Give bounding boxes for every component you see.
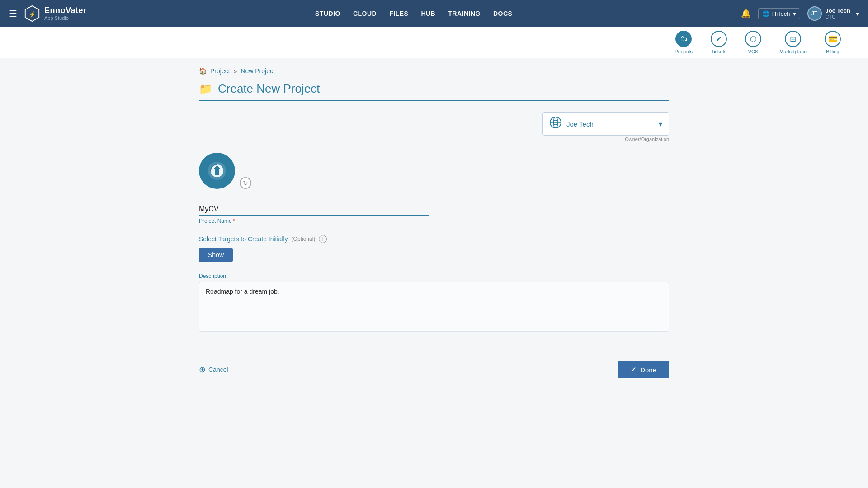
logo: ⚡ EnnoVater App Studio [24,5,87,22]
main-content: 🏠 Project » New Project 📁 Create New Pro… [181,58,687,396]
cancel-button[interactable]: ⊕ Cancel [199,365,228,375]
nav-studio[interactable]: STUDIO [315,10,340,17]
lang-chevron-icon: ▾ [793,10,796,17]
show-targets-button[interactable]: Show [199,248,233,262]
targets-label-text: Select Targets to Create Initially [199,235,288,243]
page-title: Create New Project [218,82,320,96]
vcs-icon: ⬡ [745,31,761,47]
cancel-label: Cancel [208,366,228,373]
description-label: Description [199,273,669,279]
billing-icon: 💳 [825,31,841,47]
toolbar-projects[interactable]: 🗂 Projects [675,31,693,54]
owner-name-label: Joe Tech [566,120,654,128]
tickets-icon: ✔ [711,31,727,47]
description-textarea[interactable]: Roadmap for a dream job. [199,282,669,332]
project-name-input[interactable] [199,203,429,216]
main-nav: STUDIO CLOUD FILES HUB TRAINING DOCS [315,10,512,17]
toolbar-vcs-label: VCS [748,49,759,54]
project-icon-section: ↻ [199,153,669,189]
project-icon[interactable] [199,153,235,189]
user-chevron-icon: ▾ [856,10,859,17]
marketplace-icon: ⊞ [785,31,801,47]
toolbar-projects-label: Projects [675,49,693,54]
hamburger-menu-icon[interactable]: ☰ [9,8,17,19]
toolbar-marketplace[interactable]: ⊞ Marketplace [779,31,807,54]
toolbar-tickets[interactable]: ✔ Tickets [711,31,727,54]
breadcrumb-project[interactable]: Project [210,67,230,75]
nav-training[interactable]: TRAINING [448,10,481,17]
owner-section: Joe Tech ▾ Owner/Organization [199,112,669,142]
toolbar-marketplace-label: Marketplace [779,49,807,54]
done-check-icon: ✔ [631,366,637,374]
description-section: Description Roadmap for a dream job. [199,273,669,333]
lang-label: HiTech [772,10,790,17]
nav-cloud[interactable]: CLOUD [353,10,377,17]
logo-name: EnnoVater [44,6,87,15]
user-name-label: Joe Tech [826,7,850,14]
owner-org-label: Owner/Organization [542,136,669,142]
page-title-row: 📁 Create New Project [199,82,669,101]
done-label: Done [640,366,656,374]
toolbar-billing-label: Billing [826,49,839,54]
globe-icon: 🌐 [762,10,769,17]
user-menu[interactable]: JT Joe Tech CTO ▾ [807,6,859,21]
notification-bell-icon[interactable]: 🔔 [741,9,751,19]
required-indicator: * [233,218,235,224]
breadcrumb-current: New Project [241,67,274,75]
toolbar: 🗂 Projects ✔ Tickets ⬡ VCS ⊞ Marketplace… [0,27,868,58]
cancel-circle-icon: ⊕ [199,365,206,375]
app-header: ☰ ⚡ EnnoVater App Studio STUDIO CLOUD FI… [0,0,868,27]
toolbar-vcs[interactable]: ⬡ VCS [745,31,761,54]
project-name-section: Project Name* [199,203,669,224]
nav-files[interactable]: FILES [389,10,408,17]
toolbar-tickets-label: Tickets [711,49,726,54]
owner-chevron-icon: ▾ [659,120,662,128]
targets-section: Select Targets to Create Initially (Opti… [199,235,669,262]
done-button[interactable]: ✔ Done [618,361,669,378]
nav-docs[interactable]: DOCS [493,10,512,17]
project-name-label: Project Name [199,218,232,224]
breadcrumb-separator: » [234,67,237,75]
targets-optional-label: (Optional) [292,236,316,242]
breadcrumb-home[interactable]: 🏠 [199,67,207,75]
refresh-icon[interactable]: ↻ [240,177,251,189]
logo-hex-icon: ⚡ [24,5,41,22]
form-footer: ⊕ Cancel ✔ Done [199,352,669,378]
avatar: JT [807,6,822,21]
language-selector[interactable]: 🌐 HiTech ▾ [758,8,800,19]
breadcrumb: 🏠 Project » New Project [199,67,669,75]
nav-hub[interactable]: HUB [421,10,435,17]
logo-subtitle: App Studio [44,15,87,21]
owner-dropdown[interactable]: Joe Tech ▾ [542,112,669,136]
projects-icon: 🗂 [675,31,692,47]
svg-text:⚡: ⚡ [29,11,36,18]
owner-org-icon [549,116,562,131]
page-title-icon: 📁 [199,83,212,95]
targets-info-icon[interactable]: i [319,235,327,243]
toolbar-billing[interactable]: 💳 Billing [825,31,841,54]
user-role-label: CTO [826,14,850,20]
